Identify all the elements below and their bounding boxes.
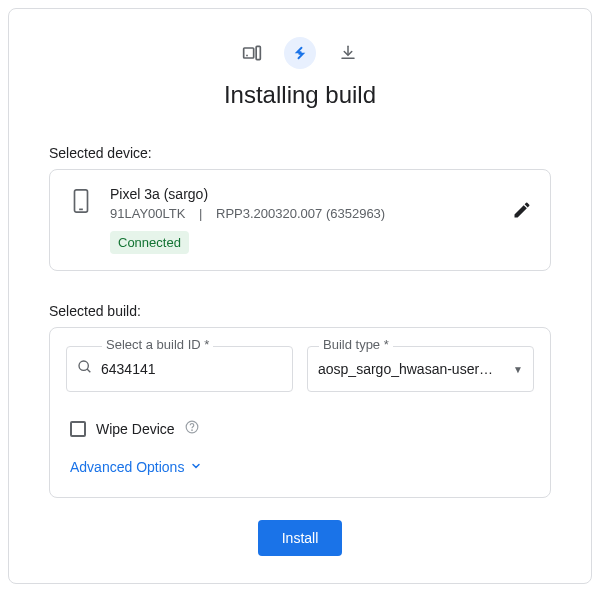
- page-title: Installing build: [49, 81, 551, 109]
- svg-line-6: [87, 369, 90, 372]
- device-name: Pixel 3a (sargo): [110, 186, 492, 202]
- device-box: Pixel 3a (sargo) 91LAY00LTK | RPP3.20032…: [49, 169, 551, 271]
- devices-step-icon: [236, 37, 268, 69]
- build-id-input[interactable]: [101, 361, 282, 377]
- device-build-info: RPP3.200320.007 (6352963): [216, 206, 385, 221]
- separator: |: [199, 206, 202, 221]
- chevron-down-icon: [190, 459, 202, 475]
- svg-rect-1: [256, 46, 260, 59]
- svg-rect-0: [244, 48, 254, 58]
- selected-device-label: Selected device:: [49, 145, 551, 161]
- status-badge: Connected: [110, 231, 189, 254]
- install-step-icon: [284, 37, 316, 69]
- download-step-icon: [332, 37, 364, 69]
- phone-icon: [72, 188, 90, 218]
- wipe-device-checkbox[interactable]: [70, 421, 86, 437]
- device-info: Pixel 3a (sargo) 91LAY00LTK | RPP3.20032…: [110, 186, 492, 254]
- build-type-value: aosp_sargo_hwasan-user…: [318, 361, 505, 377]
- help-icon[interactable]: [185, 420, 199, 437]
- build-type-label: Build type *: [319, 337, 393, 352]
- device-serial: 91LAY00LTK: [110, 206, 185, 221]
- install-row: Install: [49, 520, 551, 556]
- search-icon: [77, 359, 93, 379]
- edit-device-button[interactable]: [512, 200, 532, 224]
- stepper: [49, 37, 551, 69]
- build-row: Select a build ID * Build type * aosp_sa…: [66, 346, 534, 392]
- wipe-device-row[interactable]: Wipe Device: [70, 420, 534, 437]
- advanced-options-label: Advanced Options: [70, 459, 184, 475]
- selected-build-label: Selected build:: [49, 303, 551, 319]
- svg-point-5: [79, 361, 88, 370]
- advanced-options-toggle[interactable]: Advanced Options: [70, 459, 534, 475]
- install-card: Installing build Selected device: Pixel …: [8, 8, 592, 584]
- chevron-down-icon: ▼: [513, 364, 523, 375]
- wipe-device-label: Wipe Device: [96, 421, 175, 437]
- build-id-label: Select a build ID *: [102, 337, 213, 352]
- build-type-field[interactable]: Build type * aosp_sargo_hwasan-user… ▼: [307, 346, 534, 392]
- pencil-icon: [512, 200, 532, 220]
- install-button[interactable]: Install: [258, 520, 343, 556]
- svg-point-8: [191, 430, 192, 431]
- build-box: Select a build ID * Build type * aosp_sa…: [49, 327, 551, 498]
- build-id-field[interactable]: Select a build ID *: [66, 346, 293, 392]
- device-meta: 91LAY00LTK | RPP3.200320.007 (6352963): [110, 206, 492, 221]
